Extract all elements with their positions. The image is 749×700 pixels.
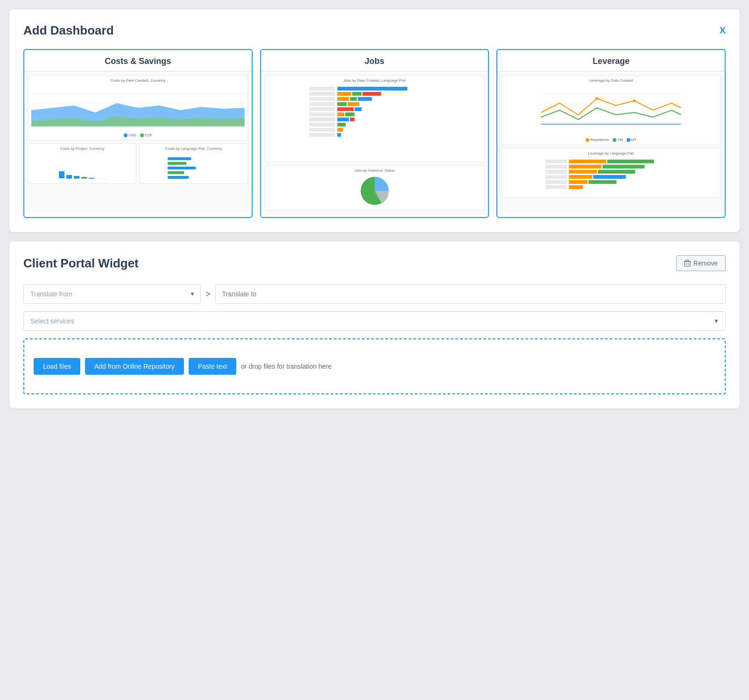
svg-rect-25 [347, 102, 359, 106]
translate-to-input[interactable] [215, 284, 726, 304]
svg-rect-9 [81, 177, 87, 179]
svg-point-51 [633, 99, 636, 102]
svg-rect-22 [350, 97, 357, 101]
widget-panel: Client Portal Widget Remove Translate fr… [9, 241, 740, 408]
legend-usd: USD [124, 133, 136, 137]
svg-rect-40 [309, 112, 335, 116]
trash-icon [684, 259, 691, 267]
leverage-main-label: Leverage by Date Created [504, 78, 718, 83]
costs-main-chart: Costs by Date Created, Currency [28, 75, 248, 140]
costs-savings-title: Costs & Savings [24, 50, 252, 71]
svg-rect-37 [309, 97, 335, 101]
jobs-main-label: Jobs by Date Created, Language Pair [268, 78, 481, 83]
jobs-overdue-chart: Jobs by Overdue, Status [265, 165, 485, 210]
svg-rect-26 [337, 107, 353, 111]
svg-rect-24 [337, 102, 346, 106]
translate-from-select[interactable]: Translate from [23, 284, 201, 304]
jobs-overdue-label: Jobs by Overdue, Status [268, 168, 481, 173]
remove-button[interactable]: Remove [676, 255, 726, 271]
add-from-repo-button[interactable]: Add from Online Repository [85, 358, 184, 375]
svg-rect-18 [337, 92, 351, 96]
svg-rect-8 [74, 176, 79, 179]
svg-rect-38 [309, 102, 335, 106]
svg-rect-63 [546, 160, 567, 163]
svg-rect-62 [569, 185, 583, 189]
svg-rect-56 [569, 170, 597, 174]
close-button[interactable]: X [720, 25, 726, 36]
costs-langpair-label: Costs by Language Pair, Currency [142, 147, 244, 151]
svg-rect-59 [594, 175, 626, 179]
svg-rect-44 [309, 133, 335, 137]
svg-rect-20 [362, 92, 381, 96]
svg-rect-32 [337, 123, 346, 126]
leverage-card[interactable]: Leverage Leverage by Date Created [496, 49, 726, 218]
remove-label: Remove [693, 259, 718, 267]
leverage-langpair-chart: Leverage by Language Pair [501, 148, 721, 198]
jobs-card[interactable]: Jobs Jobs by Date Created, Language Pair [260, 49, 489, 218]
svg-rect-60 [569, 180, 588, 184]
legend-repetitions: Repetitions [586, 138, 609, 142]
svg-rect-36 [309, 92, 335, 96]
svg-rect-52 [569, 160, 607, 163]
direction-arrow-icon: > [205, 289, 211, 299]
svg-rect-21 [337, 97, 349, 101]
svg-rect-64 [546, 165, 567, 168]
svg-rect-42 [309, 123, 335, 126]
services-row: Select services ▼ [23, 311, 726, 331]
jobs-main-chart: Jobs by Date Created, Language Pair [265, 75, 485, 162]
svg-rect-15 [168, 171, 184, 174]
svg-rect-41 [309, 118, 335, 121]
costs-project-chart: Costs by Project, Currency [28, 143, 136, 184]
svg-rect-17 [337, 87, 407, 91]
svg-rect-12 [168, 157, 191, 160]
leverage-legend: Repetitions TM MT [504, 138, 718, 142]
svg-rect-19 [352, 92, 361, 96]
costs-savings-card[interactable]: Costs & Savings Costs by Date Created, C… [23, 49, 253, 218]
svg-rect-30 [337, 118, 349, 121]
load-files-button[interactable]: Load files [34, 358, 80, 375]
leverage-title: Leverage [497, 50, 725, 71]
svg-rect-10 [89, 178, 94, 179]
svg-rect-14 [168, 167, 196, 169]
add-dashboard-panel: Add Dashboard X Costs & Savings Costs by… [9, 9, 740, 232]
svg-rect-7 [66, 175, 72, 179]
leverage-body: Leverage by Date Created [497, 71, 725, 211]
costs-main-label: Costs by Date Created, Currency [31, 78, 245, 83]
translate-row: Translate from ▼ > [23, 284, 726, 304]
svg-rect-65 [546, 170, 567, 174]
services-select[interactable]: Select services [23, 311, 726, 331]
costs-project-label: Costs by Project, Currency [31, 147, 133, 151]
leverage-main-chart: Leverage by Date Created [501, 75, 721, 145]
drop-text: or drop files for translation here [241, 363, 332, 370]
drop-zone: Load files Add from Online Repository Pa… [23, 338, 726, 394]
svg-rect-6 [59, 171, 64, 178]
svg-rect-67 [546, 180, 567, 184]
jobs-title: Jobs [261, 50, 488, 71]
svg-rect-66 [546, 175, 567, 179]
svg-rect-16 [168, 176, 189, 179]
svg-rect-57 [598, 170, 636, 174]
leverage-langpair-label: Leverage by Language Pair [504, 151, 718, 155]
panel-title: Add Dashboard [23, 23, 114, 38]
svg-rect-54 [569, 165, 602, 168]
legend-czk: CZK [140, 133, 152, 137]
svg-rect-23 [358, 97, 372, 101]
paste-text-button[interactable]: Paste text [189, 358, 236, 375]
svg-rect-53 [608, 160, 654, 163]
svg-rect-71 [686, 260, 689, 261]
svg-rect-31 [350, 118, 354, 121]
dashboard-cards: Costs & Savings Costs by Date Created, C… [23, 49, 726, 218]
svg-rect-33 [337, 128, 343, 132]
panel-header: Add Dashboard X [23, 23, 726, 38]
svg-rect-68 [546, 185, 567, 189]
svg-rect-58 [569, 175, 593, 179]
svg-rect-13 [168, 162, 186, 165]
svg-rect-39 [309, 107, 335, 111]
svg-rect-35 [309, 87, 335, 91]
legend-mt: MT [627, 138, 637, 142]
svg-rect-29 [345, 112, 354, 116]
widget-title: Client Portal Widget [23, 256, 139, 271]
svg-rect-69 [685, 261, 690, 266]
svg-rect-34 [337, 133, 341, 137]
jobs-body: Jobs by Date Created, Language Pair [261, 71, 488, 217]
